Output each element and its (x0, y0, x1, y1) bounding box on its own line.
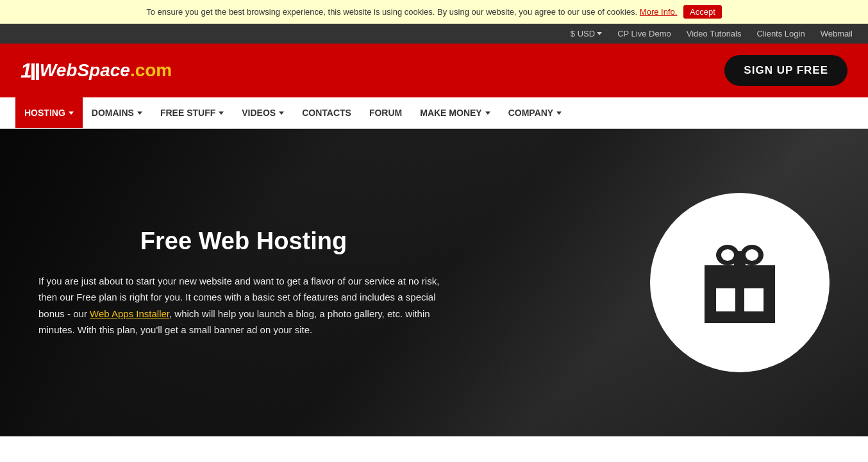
nav-free-stuff-chevron-icon (219, 111, 224, 115)
hero-description: If you are just about to start your new … (38, 273, 449, 338)
header: 1 WebSpace.com SIGN UP FREE (0, 44, 868, 97)
more-info-link[interactable]: More Info. (640, 7, 678, 17)
main-nav: HOSTING DOMAINS FREE STUFF VIDEOS CONTAC… (0, 97, 868, 129)
svg-rect-1 (705, 265, 775, 277)
nav-item-hosting[interactable]: HOSTING (15, 97, 83, 128)
video-tutorials-link[interactable]: Video Tutorials (687, 29, 742, 38)
cookie-banner: To ensure you get the best browsing expe… (0, 0, 868, 24)
web-apps-installer-link[interactable]: Web Apps Installer (90, 308, 169, 319)
hero-section: Free Web Hosting If you are just about t… (0, 129, 868, 436)
nav-make-money-chevron-icon (485, 111, 490, 115)
clients-login-link[interactable]: Clients Login (757, 29, 805, 38)
nav-domains-label: DOMAINS (92, 108, 134, 118)
nav-item-make-money[interactable]: MAKE MONEY (411, 97, 499, 128)
logo[interactable]: 1 WebSpace.com (21, 59, 172, 83)
nav-item-free-stuff[interactable]: FREE STUFF (151, 97, 233, 128)
hero-content: Free Web Hosting If you are just about t… (0, 154, 868, 411)
nav-videos-label: VIDEOS (242, 108, 276, 118)
svg-rect-3 (716, 288, 735, 311)
webmail-link[interactable]: Webmail (821, 29, 853, 38)
nav-item-videos[interactable]: VIDEOS (233, 97, 293, 128)
gift-icon (685, 227, 794, 338)
nav-company-label: COMPANY (508, 108, 554, 118)
nav-item-contacts[interactable]: CONTACTS (293, 97, 360, 128)
svg-rect-2 (705, 277, 775, 323)
nav-hosting-chevron-icon (69, 111, 74, 115)
svg-point-8 (746, 249, 758, 261)
nav-make-money-label: MAKE MONEY (420, 108, 481, 118)
cp-live-demo-link[interactable]: CP Live Demo (617, 29, 671, 38)
nav-item-domains[interactable]: DOMAINS (83, 97, 151, 128)
svg-point-6 (721, 249, 734, 261)
logo-icon: 1 (21, 59, 40, 83)
logo-text: WebSpace.com (40, 60, 172, 81)
hero-title: Free Web Hosting (38, 227, 449, 255)
nav-company-chevron-icon (556, 111, 562, 115)
nav-item-company[interactable]: COMPANY (499, 97, 571, 128)
hero-gift-icon-circle (650, 193, 830, 372)
nav-domains-chevron-icon (137, 111, 142, 115)
svg-rect-4 (744, 288, 764, 311)
nav-item-forum[interactable]: FORUM (360, 97, 411, 128)
nav-free-stuff-label: FREE STUFF (160, 108, 215, 118)
cookie-accept-button[interactable]: Accept (683, 5, 722, 19)
currency-selector[interactable]: $ USD (571, 29, 602, 38)
currency-label: $ USD (571, 29, 595, 38)
nav-forum-label: FORUM (369, 108, 402, 118)
nav-contacts-label: CONTACTS (302, 108, 351, 118)
svg-rect-9 (734, 251, 746, 265)
signup-button[interactable]: SIGN UP FREE (724, 55, 847, 86)
cookie-text: To ensure you get the best browsing expe… (146, 7, 637, 17)
top-bar: $ USD CP Live Demo Video Tutorials Clien… (0, 24, 868, 44)
currency-chevron-icon (597, 32, 602, 35)
nav-hosting-label: HOSTING (24, 108, 65, 118)
hero-text-block: Free Web Hosting If you are just about t… (38, 227, 449, 338)
nav-videos-chevron-icon (279, 111, 284, 115)
